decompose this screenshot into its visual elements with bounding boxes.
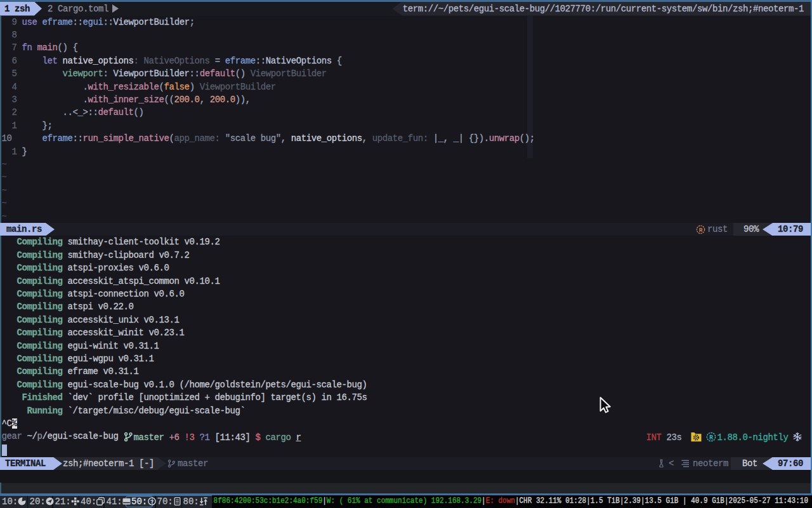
svg-text:R: R xyxy=(698,227,702,234)
svg-text:R: R xyxy=(709,434,712,441)
svg-text:?: ? xyxy=(150,499,153,505)
